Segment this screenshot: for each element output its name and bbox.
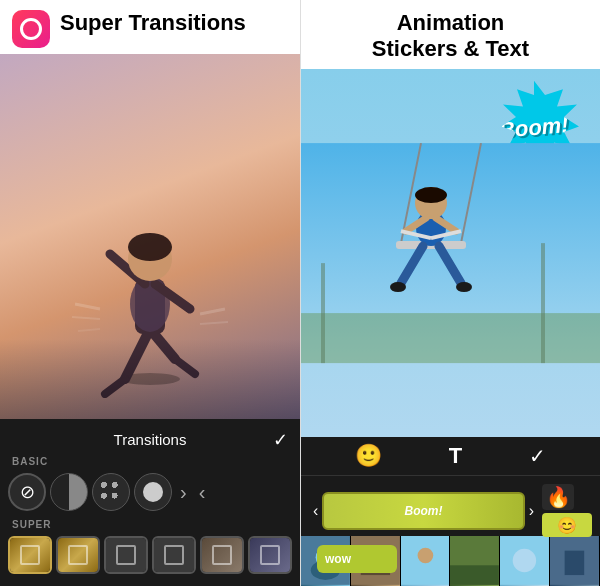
right-panel: Animation Stickers & Text Boom! bbox=[301, 0, 600, 586]
app-icon[interactable] bbox=[12, 10, 50, 48]
svg-point-6 bbox=[130, 276, 170, 332]
right-controls: 🙂 T ✓ ‹ Boom! › 🔥 😊 bbox=[301, 437, 600, 586]
left-controls: Transitions ✓ BASIC ⊘ › ‹ SUPER bbox=[0, 419, 300, 586]
track-arrow-right[interactable]: › bbox=[525, 502, 538, 520]
right-title: Animation Stickers & Text bbox=[313, 10, 588, 63]
boom-track-item[interactable]: Boom! bbox=[322, 492, 524, 530]
check-icon[interactable]: ✓ bbox=[273, 429, 288, 451]
svg-line-14 bbox=[200, 309, 225, 314]
super-filter-row bbox=[0, 532, 300, 582]
right-check-icon[interactable]: ✓ bbox=[529, 444, 546, 468]
svg-line-12 bbox=[72, 317, 100, 319]
arrow-left-btn[interactable]: ‹ bbox=[195, 481, 210, 504]
thumb-inner-4 bbox=[154, 538, 194, 572]
super-thumb-1[interactable] bbox=[8, 536, 52, 574]
svg-rect-33 bbox=[541, 243, 545, 363]
thumb-inner-2 bbox=[58, 538, 98, 572]
basic-filter-row: ⊘ › ‹ bbox=[0, 469, 300, 515]
thumb-square-5 bbox=[212, 545, 232, 565]
dots-btn[interactable] bbox=[92, 473, 130, 511]
swing-scene bbox=[301, 69, 600, 437]
transitions-bar: Transitions ✓ bbox=[0, 427, 300, 452]
left-panel: Super Transitions bbox=[0, 0, 300, 586]
svg-rect-31 bbox=[301, 313, 600, 363]
emoji-icon[interactable]: 🙂 bbox=[355, 443, 382, 469]
boom-track-text: Boom! bbox=[405, 504, 443, 518]
smile-sticker[interactable]: 😊 bbox=[542, 513, 592, 537]
transitions-label: Transitions bbox=[12, 431, 288, 448]
right-top-bar: 🙂 T ✓ bbox=[301, 437, 600, 476]
svg-point-22 bbox=[415, 187, 447, 203]
thumb-inner-5 bbox=[202, 538, 242, 572]
timeline-track: ‹ Boom! › 🔥 😊 bbox=[301, 476, 600, 545]
right-video-area: Boom! bbox=[301, 69, 600, 437]
track-arrow-left[interactable]: ‹ bbox=[309, 502, 322, 520]
svg-point-25 bbox=[390, 282, 406, 292]
thumb-inner-6 bbox=[250, 538, 290, 572]
wow-row: wow bbox=[301, 545, 600, 579]
svg-point-26 bbox=[456, 282, 472, 292]
thumb-square-2 bbox=[68, 545, 88, 565]
no-filter-btn[interactable]: ⊘ bbox=[8, 473, 46, 511]
left-video-area bbox=[0, 54, 300, 419]
left-title: Super Transitions bbox=[60, 10, 246, 35]
right-title-line1: Animation bbox=[397, 10, 505, 35]
app-icon-inner bbox=[20, 18, 42, 40]
svg-rect-32 bbox=[321, 263, 325, 363]
svg-line-13 bbox=[78, 329, 100, 331]
super-section-label: SUPER bbox=[0, 515, 300, 532]
super-thumb-2[interactable] bbox=[56, 536, 100, 574]
arrow-right-btn[interactable]: › bbox=[176, 481, 191, 504]
svg-line-15 bbox=[200, 322, 228, 324]
wow-track[interactable]: wow bbox=[317, 545, 397, 573]
svg-point-10 bbox=[128, 233, 172, 261]
sticker-stack: 🔥 😊 bbox=[542, 484, 592, 537]
left-header: Super Transitions bbox=[0, 0, 300, 54]
wow-text: wow bbox=[325, 552, 351, 566]
svg-line-11 bbox=[75, 304, 100, 309]
basic-section-label: BASIC bbox=[0, 452, 300, 469]
blur-effect bbox=[0, 339, 300, 419]
timeline-area: ‹ Boom! › 🔥 😊 wow bbox=[301, 476, 600, 536]
thumb-square-4 bbox=[164, 545, 184, 565]
thumb-inner-1 bbox=[10, 538, 50, 572]
right-header: Animation Stickers & Text bbox=[301, 0, 600, 69]
app-container: Super Transitions bbox=[0, 0, 600, 586]
circle-btn[interactable] bbox=[134, 473, 172, 511]
thumb-inner-3 bbox=[106, 538, 146, 572]
thumb-square-1 bbox=[20, 545, 40, 565]
thumb-square-3 bbox=[116, 545, 136, 565]
thumb-square-6 bbox=[260, 545, 280, 565]
dark-half-btn[interactable] bbox=[50, 473, 88, 511]
fire-sticker[interactable]: 🔥 bbox=[542, 484, 574, 510]
super-thumb-6[interactable] bbox=[248, 536, 292, 574]
right-title-line2: Stickers & Text bbox=[372, 36, 529, 61]
super-thumb-4[interactable] bbox=[152, 536, 196, 574]
super-thumb-3[interactable] bbox=[104, 536, 148, 574]
super-thumb-5[interactable] bbox=[200, 536, 244, 574]
text-icon[interactable]: T bbox=[449, 443, 462, 469]
